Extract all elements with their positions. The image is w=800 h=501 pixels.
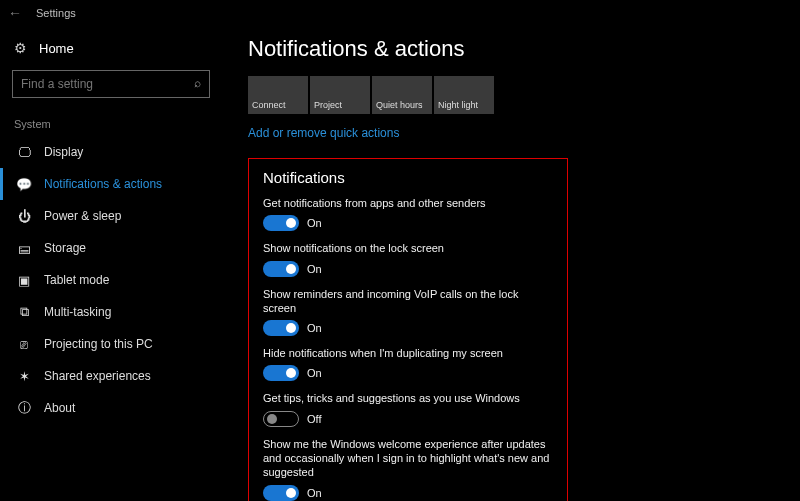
- toggle-state: On: [307, 217, 322, 229]
- main-content: Notifications & actions ConnectProjectQu…: [222, 26, 800, 501]
- notifications-section: Notifications Get notifications from app…: [248, 158, 568, 501]
- nav-icon: 💬: [16, 177, 32, 192]
- nav-icon: ✶: [16, 369, 32, 384]
- search-input[interactable]: [13, 71, 183, 97]
- setting-item: Get tips, tricks and suggestions as you …: [263, 391, 553, 426]
- toggle-knob: [286, 368, 296, 378]
- toggle-state: On: [307, 367, 322, 379]
- title-bar: ← Settings: [0, 0, 800, 26]
- nav-item-display[interactable]: 🖵Display: [12, 136, 210, 168]
- nav-label: Storage: [44, 241, 86, 255]
- toggle-row: On: [263, 215, 553, 231]
- toggle[interactable]: [263, 485, 299, 501]
- toggle-row: On: [263, 320, 553, 336]
- nav-label: Multi-tasking: [44, 305, 111, 319]
- page-title: Notifications & actions: [248, 36, 780, 62]
- settings-list: Get notifications from apps and other se…: [263, 196, 553, 501]
- toggle-knob: [286, 218, 296, 228]
- nav-label: Projecting to this PC: [44, 337, 153, 351]
- toggle-state: On: [307, 487, 322, 499]
- tile-night-light[interactable]: Night light: [434, 76, 494, 114]
- nav-label: Power & sleep: [44, 209, 121, 223]
- toggle[interactable]: [263, 261, 299, 277]
- nav-item-multi-tasking[interactable]: ⧉Multi-tasking: [12, 296, 210, 328]
- section-label: System: [14, 118, 210, 130]
- toggle[interactable]: [263, 411, 299, 427]
- nav-list: 🖵Display💬Notifications & actions⏻Power &…: [12, 136, 210, 424]
- setting-item: Show reminders and incoming VoIP calls o…: [263, 287, 553, 337]
- nav-item-tablet-mode[interactable]: ▣Tablet mode: [12, 264, 210, 296]
- toggle-state: On: [307, 263, 322, 275]
- nav-icon: ⎚: [16, 337, 32, 352]
- setting-label: Get notifications from apps and other se…: [263, 196, 553, 210]
- toggle-knob: [286, 264, 296, 274]
- setting-label: Get tips, tricks and suggestions as you …: [263, 391, 553, 405]
- gear-icon: ⚙: [14, 40, 27, 56]
- nav-icon: ⏻: [16, 209, 32, 224]
- nav-icon: ▣: [16, 273, 32, 288]
- nav-label: Tablet mode: [44, 273, 109, 287]
- notifications-heading: Notifications: [263, 169, 553, 186]
- nav-label: About: [44, 401, 75, 415]
- toggle-state: On: [307, 322, 322, 334]
- nav-item-storage[interactable]: 🖴Storage: [12, 232, 210, 264]
- nav-item-notifications-actions[interactable]: 💬Notifications & actions: [0, 168, 210, 200]
- setting-item: Get notifications from apps and other se…: [263, 196, 553, 231]
- toggle-knob: [286, 323, 296, 333]
- back-icon[interactable]: ←: [8, 5, 22, 21]
- toggle-knob: [286, 488, 296, 498]
- toggle-row: On: [263, 365, 553, 381]
- search-box[interactable]: ⌕: [12, 70, 210, 98]
- nav-label: Notifications & actions: [44, 177, 162, 191]
- toggle[interactable]: [263, 365, 299, 381]
- toggle[interactable]: [263, 320, 299, 336]
- search-icon: ⌕: [194, 76, 201, 90]
- setting-item: Hide notifications when I'm duplicating …: [263, 346, 553, 381]
- nav-icon: ⧉: [16, 304, 32, 320]
- toggle[interactable]: [263, 215, 299, 231]
- nav-icon: ⓘ: [16, 399, 32, 417]
- quick-action-tiles: ConnectProjectQuiet hoursNight light: [248, 76, 780, 114]
- toggle-row: On: [263, 485, 553, 501]
- setting-item: Show me the Windows welcome experience a…: [263, 437, 553, 501]
- nav-item-shared-experiences[interactable]: ✶Shared experiences: [12, 360, 210, 392]
- window-title: Settings: [36, 7, 76, 19]
- nav-label: Shared experiences: [44, 369, 151, 383]
- nav-item-about[interactable]: ⓘAbout: [12, 392, 210, 424]
- toggle-row: Off: [263, 411, 553, 427]
- nav-item-power-sleep[interactable]: ⏻Power & sleep: [12, 200, 210, 232]
- nav-icon: 🖵: [16, 145, 32, 160]
- setting-label: Show reminders and incoming VoIP calls o…: [263, 287, 553, 316]
- toggle-row: On: [263, 261, 553, 277]
- nav-item-projecting-to-this-pc[interactable]: ⎚Projecting to this PC: [12, 328, 210, 360]
- nav-icon: 🖴: [16, 241, 32, 256]
- toggle-knob: [267, 414, 277, 424]
- quick-actions-link[interactable]: Add or remove quick actions: [248, 126, 780, 140]
- tile-project[interactable]: Project: [310, 76, 370, 114]
- tile-connect[interactable]: Connect: [248, 76, 308, 114]
- nav-label: Display: [44, 145, 83, 159]
- home-button[interactable]: ⚙ Home: [12, 36, 210, 70]
- setting-item: Show notifications on the lock screenOn: [263, 241, 553, 276]
- setting-label: Show me the Windows welcome experience a…: [263, 437, 553, 480]
- toggle-state: Off: [307, 413, 321, 425]
- setting-label: Hide notifications when I'm duplicating …: [263, 346, 553, 360]
- sidebar: ⚙ Home ⌕ System 🖵Display💬Notifications &…: [0, 26, 222, 501]
- setting-label: Show notifications on the lock screen: [263, 241, 553, 255]
- home-label: Home: [39, 41, 74, 56]
- tile-quiet-hours[interactable]: Quiet hours: [372, 76, 432, 114]
